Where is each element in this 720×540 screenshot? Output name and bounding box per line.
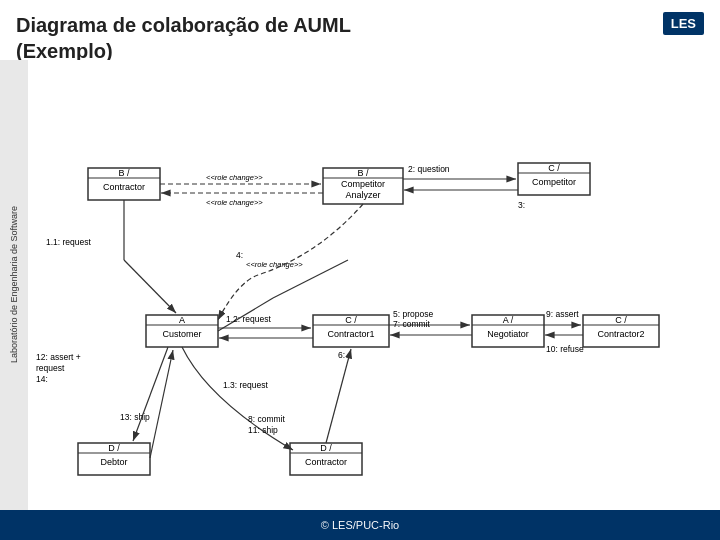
svg-text:<<role change>>: <<role change>> [206, 198, 263, 207]
svg-line-48 [124, 260, 176, 313]
svg-text:1.1: request: 1.1: request [46, 237, 92, 247]
svg-text:12: assert +: 12: assert + [36, 352, 81, 362]
diagram-area: B / Contractor B / Competitor Analyzer C… [28, 60, 720, 510]
node-C-Contractor2: C / Contractor2 [583, 315, 659, 347]
svg-text:Competitor: Competitor [341, 179, 385, 189]
sidebar: Laboratório de Engenharia de Software [0, 60, 28, 510]
svg-text:13: ship: 13: ship [120, 412, 150, 422]
node-B-Competitor-Analyzer: B / Competitor Analyzer [323, 168, 403, 204]
svg-text:Contractor: Contractor [305, 457, 347, 467]
logo: LES [663, 12, 704, 35]
svg-text:10: refuse: 10: refuse [546, 344, 584, 354]
node-C-Contractor1: C / Contractor1 [313, 315, 389, 347]
svg-text:<<role change>>: <<role change>> [206, 173, 263, 182]
svg-text:Debtor: Debtor [100, 457, 127, 467]
svg-text:Contractor1: Contractor1 [327, 329, 374, 339]
svg-text:A /: A / [503, 315, 514, 325]
svg-text:8: commit: 8: commit [248, 414, 285, 424]
svg-line-67 [133, 347, 168, 441]
node-A-Customer: A Customer [146, 315, 218, 347]
page-title: Diagrama de colaboração de AUML(Exemplo) [16, 12, 351, 64]
svg-text:D /: D / [320, 443, 332, 453]
svg-text:4:: 4: [236, 250, 243, 260]
svg-text:3:: 3: [518, 200, 525, 210]
svg-text:6:: 6: [338, 350, 345, 360]
svg-text:Contractor: Contractor [103, 182, 145, 192]
svg-text:<<role change>>: <<role change>> [246, 260, 303, 269]
svg-text:Customer: Customer [162, 329, 201, 339]
svg-text:Competitor: Competitor [532, 177, 576, 187]
svg-text:1.3: request: 1.3: request [223, 380, 269, 390]
svg-text:9: assert: 9: assert [546, 309, 579, 319]
svg-text:11: ship: 11: ship [248, 425, 278, 435]
svg-text:C /: C / [345, 315, 357, 325]
svg-text:request: request [36, 363, 65, 373]
node-D-Contractor: D / Contractor [290, 443, 362, 475]
svg-text:Contractor2: Contractor2 [597, 329, 644, 339]
svg-text:5: propose: 5: propose [393, 309, 433, 319]
svg-text:Negotiator: Negotiator [487, 329, 529, 339]
footer: © LES/PUC-Rio [0, 510, 720, 540]
svg-text:C /: C / [548, 163, 560, 173]
svg-text:B /: B / [118, 168, 130, 178]
svg-text:B /: B / [357, 168, 369, 178]
svg-text:14:: 14: [36, 374, 48, 384]
svg-text:2: question: 2: question [408, 164, 450, 174]
svg-text:D /: D / [108, 443, 120, 453]
node-B-Contractor: B / Contractor [88, 168, 160, 200]
svg-text:1.2: request: 1.2: request [226, 314, 272, 324]
node-C-Competitor-top: C / Competitor [518, 163, 590, 195]
footer-text: © LES/PUC-Rio [321, 519, 399, 531]
sidebar-label: Laboratório de Engenharia de Software [9, 206, 19, 363]
svg-text:C /: C / [615, 315, 627, 325]
svg-line-71 [150, 350, 173, 458]
svg-line-73 [326, 349, 351, 443]
node-D-Debtor: D / Debtor [78, 443, 150, 475]
svg-text:7: commit: 7: commit [393, 319, 430, 329]
svg-text:A: A [179, 315, 185, 325]
svg-text:Analyzer: Analyzer [345, 190, 380, 200]
node-A-Negotiator: A / Negotiator [472, 315, 544, 347]
